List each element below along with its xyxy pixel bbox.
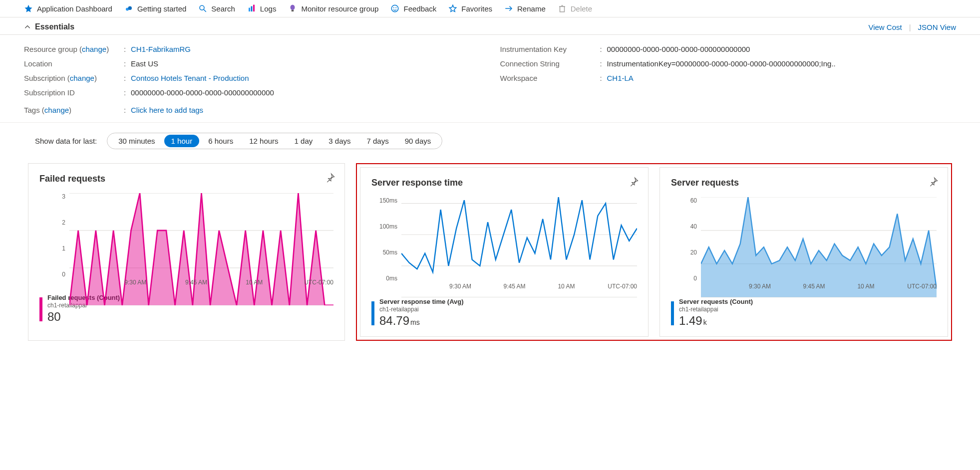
favorites-label: Favorites (461, 4, 492, 13)
feedback-button[interactable]: Feedback (390, 4, 436, 13)
legend-unit: k (703, 318, 707, 326)
svg-point-9 (392, 5, 399, 12)
monitor-rg-button[interactable]: Monitor resource group (288, 4, 378, 13)
view-cost-link[interactable]: View Cost (868, 23, 902, 31)
subscription-id-label: Subscription ID (24, 88, 124, 97)
search-label: Search (211, 4, 235, 13)
svg-rect-6 (253, 5, 255, 12)
essentials-title-text: Essentials (35, 22, 74, 31)
connection-string-value: InstrumentationKey=00000000-0000-0000-00… (607, 59, 957, 68)
time-pill-90-days[interactable]: 90 days (398, 135, 438, 147)
server-response-time-card[interactable]: Server response time 150ms100ms50ms0ms 9… (360, 167, 649, 337)
svg-point-1 (128, 6, 132, 10)
rename-button[interactable]: Rename (504, 4, 546, 13)
server-requests-title: Server requests (671, 178, 937, 188)
legend-metric: Server response time (Avg) (379, 298, 464, 306)
lightbulb-icon (288, 4, 297, 13)
time-range-selector: 30 minutes1 hour6 hours12 hours1 day3 da… (107, 133, 442, 149)
smiley-icon (390, 4, 399, 13)
logs-icon (247, 4, 256, 13)
workspace-label: Workspace (500, 74, 600, 82)
legend-color-bar (371, 301, 374, 325)
tags-add-link[interactable]: Click here to add tags (131, 106, 203, 114)
location-label: Location (24, 59, 124, 68)
trash-icon (558, 4, 567, 13)
rocket-icon (124, 4, 133, 13)
subscription-id-value: 00000000-0000-0000-0000-000000000000 (131, 88, 480, 97)
instrumentation-key-label: Instrumentation Key (500, 45, 600, 53)
time-pill-1-day[interactable]: 1 day (288, 135, 320, 147)
separator: | (909, 23, 911, 31)
server-requests-card[interactable]: Server requests 6040200 9:30 AM9:45 AM10… (659, 167, 948, 337)
delete-button: Delete (558, 4, 592, 13)
location-value: East US (131, 59, 480, 68)
x-axis-labels: 9:30 AM9:45 AM10 AMUTC-07:00 (401, 283, 637, 292)
time-pill-1-hour[interactable]: 1 hour (164, 135, 200, 147)
favorites-button[interactable]: Favorites (448, 4, 492, 13)
star-filled-icon (24, 4, 33, 13)
search-icon (198, 4, 207, 13)
legend-value: 84.79 (379, 314, 409, 327)
json-view-link[interactable]: JSON View (918, 23, 956, 31)
time-pill-6-hours[interactable]: 6 hours (201, 135, 240, 147)
time-pill-7-days[interactable]: 7 days (359, 135, 395, 147)
svg-rect-13 (560, 6, 564, 12)
svg-rect-5 (251, 6, 252, 12)
svg-rect-8 (292, 10, 294, 11)
star-outline-icon (448, 4, 457, 13)
feedback-label: Feedback (403, 4, 436, 13)
resource-group-label: Resource group (24, 45, 77, 53)
app-dashboard-label: Application Dashboard (37, 4, 112, 13)
arrow-right-icon (504, 4, 513, 13)
search-button[interactable]: Search (198, 4, 235, 13)
pin-icon (326, 173, 335, 183)
getting-started-button[interactable]: Getting started (124, 4, 186, 13)
tags-change-link[interactable]: change (44, 106, 69, 114)
legend-metric: Server requests (Count) (679, 298, 753, 306)
time-pill-12-hours[interactable]: 12 hours (242, 135, 285, 147)
tags-label: Tags (24, 106, 40, 114)
legend-value: 1.49 (679, 314, 702, 327)
instrumentation-key-value: 00000000-0000-0000-0000-000000000000 (607, 45, 957, 53)
logs-button[interactable]: Logs (247, 4, 277, 13)
svg-line-3 (204, 9, 207, 12)
essentials-header: Essentials View Cost | JSON View (0, 17, 980, 35)
legend-color-bar (671, 301, 674, 325)
x-axis-labels: 9:30 AM9:45 AM10 AMUTC-07:00 (69, 279, 333, 288)
subscription-label: Subscription (24, 74, 65, 82)
time-pill-3-days[interactable]: 3 days (322, 135, 357, 147)
legend-source: ch1-retailappai (379, 306, 464, 313)
legend-value: 80 (47, 310, 61, 323)
pin-icon (929, 177, 939, 187)
time-range-row: Show data for last: 30 minutes1 hour6 ho… (0, 123, 980, 154)
time-pill-30-minutes[interactable]: 30 minutes (111, 135, 162, 147)
resource-group-value[interactable]: CH1-FabrikamRG (131, 45, 191, 53)
svg-point-10 (393, 7, 394, 8)
monitor-rg-label: Monitor resource group (301, 4, 378, 13)
pin-button[interactable] (629, 177, 639, 188)
svg-point-7 (291, 5, 295, 10)
pin-button[interactable] (326, 173, 335, 184)
svg-point-2 (200, 5, 204, 10)
essentials-toggle[interactable]: Essentials (24, 22, 74, 31)
pin-button[interactable] (929, 177, 939, 188)
app-dashboard-button[interactable]: Application Dashboard (24, 4, 112, 13)
server-requests-chart[interactable] (701, 197, 937, 297)
subscription-value[interactable]: Contoso Hotels Tenant - Production (131, 74, 249, 82)
delete-label: Delete (571, 4, 592, 13)
resource-group-change-link[interactable]: change (82, 45, 106, 53)
pin-icon (629, 177, 639, 187)
server-response-time-chart[interactable] (401, 197, 637, 297)
legend-unit: ms (410, 318, 420, 326)
y-axis-labels: 3210 (39, 193, 68, 278)
workspace-value-link[interactable]: CH1-LA (607, 74, 634, 82)
failed-requests-card[interactable]: Failed requests 3210 9:30 AM9:45 AM10 AM… (28, 163, 345, 341)
connection-string-label: Connection String (500, 59, 600, 68)
y-axis-labels: 150ms100ms50ms0ms (371, 197, 400, 282)
legend-source: ch1-retailappai (679, 306, 753, 313)
failed-requests-chart[interactable] (69, 193, 333, 305)
failed-requests-title: Failed requests (39, 174, 333, 184)
subscription-change-link[interactable]: change (70, 74, 94, 82)
y-axis-labels: 6040200 (671, 197, 700, 282)
essentials-body: Resource group (change) : CH1-FabrikamRG… (0, 35, 980, 123)
